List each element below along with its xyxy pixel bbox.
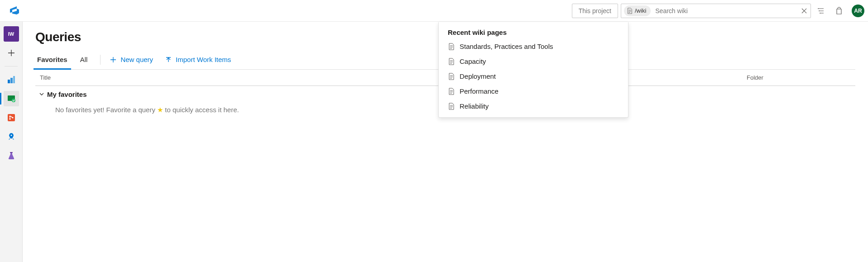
search-box[interactable]: /wiki [621,4,811,18]
rocket-icon [7,132,16,141]
nav-repos[interactable] [4,110,19,125]
search-filter-chip[interactable]: /wiki [624,5,651,16]
page-icon [448,43,455,50]
nav-overview[interactable] [4,72,19,87]
repos-icon [7,113,16,122]
plus-icon [110,56,117,63]
star-icon: ★ [157,106,163,114]
flask-icon [7,151,16,160]
tab-all[interactable]: All [78,50,90,69]
dropdown-title: Recent wiki pages [439,29,628,39]
project-initials: IW [8,31,14,37]
search-suggestions-dropdown: Recent wiki pages Standards, Practices a… [438,22,628,118]
azure-devops-logo[interactable] [5,5,24,16]
filter-icon [817,7,825,15]
dropdown-item[interactable]: Reliability [439,99,628,114]
dropdown-item-label: Capacity [460,57,486,65]
page-icon [448,88,455,95]
dropdown-item-label: Standards, Practices and Tools [460,43,553,50]
search-filter-chip-label: /wiki [635,7,646,14]
scope-selector[interactable]: This project [572,4,618,18]
dropdown-item-label: Performance [460,87,499,95]
import-work-items-button[interactable]: Import Work Items [165,56,231,63]
clear-search-button[interactable] [798,5,810,17]
left-nav-rail: IW [0,22,23,262]
rail-separator [5,66,18,67]
page-icon [448,58,455,65]
new-query-button[interactable]: New query [110,56,153,63]
page-icon [448,73,455,80]
user-avatar[interactable]: AR [852,5,864,17]
svg-rect-1 [10,78,13,83]
page-icon [627,8,633,14]
svg-rect-10 [10,152,13,153]
svg-rect-2 [13,76,15,83]
search-input[interactable] [651,5,798,17]
dropdown-item[interactable]: Standards, Practices and Tools [439,39,628,54]
page-icon [448,103,455,110]
create-button[interactable] [4,45,19,61]
tab-favorites[interactable]: Favorites [35,50,69,69]
scope-label: This project [579,7,611,14]
dropdown-item-label: Deployment [460,72,496,80]
filter-button[interactable] [813,3,829,19]
shopping-bag-icon [835,7,843,15]
nav-test-plans[interactable] [4,148,19,163]
dropdown-item-label: Reliability [460,102,489,110]
nav-pipelines[interactable] [4,129,19,144]
marketplace-button[interactable] [831,3,847,19]
plus-icon [7,48,16,57]
dropdown-item[interactable]: Deployment [439,69,628,84]
column-title[interactable]: Title [35,74,747,81]
dropdown-item[interactable]: Performance [439,84,628,99]
azure-devops-icon [9,5,20,16]
dashboard-icon [7,75,16,84]
avatar-initials: AR [854,8,862,14]
chevron-down-icon [38,91,45,98]
boards-icon [7,94,16,103]
svg-rect-0 [8,80,10,83]
close-icon [801,8,807,14]
nav-boards[interactable] [4,91,19,106]
dropdown-item[interactable]: Capacity [439,54,628,69]
svg-point-9 [10,135,12,136]
upload-icon [165,56,172,63]
project-tile[interactable]: IW [4,26,19,42]
tabs: Favorites All [35,50,98,69]
toolbar-separator [100,55,101,65]
svg-rect-5 [8,114,15,121]
column-folder[interactable]: Folder [747,74,855,81]
top-header: This project /wiki AR [0,0,868,22]
